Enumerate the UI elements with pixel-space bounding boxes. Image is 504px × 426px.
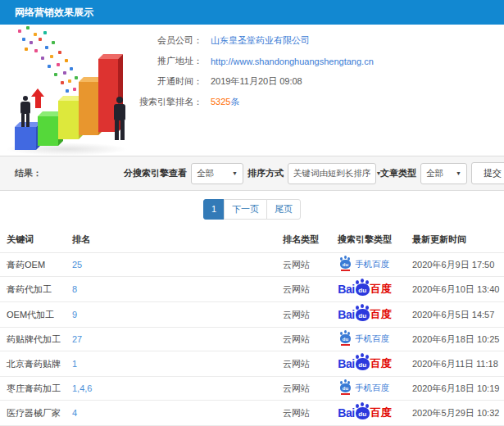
- engine-cell: Baidu百度: [324, 277, 406, 302]
- engine-cell: Baidu百度: [324, 302, 406, 328]
- keyword-cell: OEM代加工: [0, 302, 66, 328]
- keyword-cell: 药贴牌代加工: [0, 328, 66, 351]
- rank-type-cell: 云网站: [276, 277, 324, 302]
- illustration-bar-orange: [79, 82, 98, 135]
- info-row-promotion-url: 推广地址：http://www.shandonghuangshengtang.c…: [123, 51, 504, 71]
- baidu-logo: Baidu百度: [338, 282, 391, 297]
- illustration-bar-green: [38, 116, 58, 146]
- keyword-cell: 枣庄膏药加工: [0, 377, 66, 401]
- baidu-logo: Baidu百度: [338, 307, 391, 322]
- table-body: 膏药OEM25云网站du手机百度2020年6月9日 17:50膏药代加工8云网站…: [0, 253, 504, 426]
- updated-time-cell: 2020年6月18日 10:25: [406, 328, 504, 351]
- pagination: 1下一页尾页: [0, 191, 504, 227]
- businessman-figure-right: [112, 97, 127, 140]
- mobile-baidu-logo: du手机百度: [340, 382, 389, 395]
- ranking-count-value: 5325条: [211, 96, 239, 108]
- table-row: 膏药代加工8云网站Baidu百度2020年6月10日 13:40: [0, 277, 504, 302]
- baidu-logo: Baidu百度: [338, 406, 391, 420]
- engine-filter-dropdown[interactable]: 全部▼: [191, 163, 243, 184]
- sort-filter-dropdown[interactable]: 关键词由短到长排序▼: [288, 163, 376, 184]
- rank-link[interactable]: 9: [66, 302, 276, 328]
- mobile-baidu-logo: du手机百度: [340, 333, 389, 346]
- updated-time-cell: 2020年6月18日 10:19: [406, 377, 504, 401]
- info-row-member-company: 会员公司：山东皇圣堂药业有限公司: [123, 30, 504, 51]
- table-row: 医疗器械厂家4云网站Baidu百度2020年5月29日 10:32: [0, 401, 504, 426]
- keyword-cell: 膏药OEM: [0, 253, 66, 277]
- rank-link[interactable]: 4: [66, 401, 276, 426]
- baidu-paw-icon: du: [356, 358, 370, 370]
- open-time-label: 开通时间：: [123, 75, 202, 88]
- rank-link[interactable]: 1,4,6: [66, 377, 276, 401]
- keyword-cell: 膏药代加工: [0, 277, 66, 302]
- red-underline-decoration: [341, 270, 350, 271]
- paw-icon: du: [340, 334, 351, 343]
- topbar: 网络营销效果展示: [0, 0, 504, 25]
- baidu-bai-text: Bai: [338, 406, 354, 419]
- baidu-suffix-text: 百度: [370, 406, 392, 420]
- baidu-suffix-text: 百度: [370, 307, 392, 322]
- growth-up-arrow-icon: [31, 88, 44, 108]
- mobile-baidu-label: 手机百度: [355, 259, 389, 270]
- rank-type-cell: 云网站: [276, 302, 324, 328]
- results-table: 关键词排名排名类型搜索引擎类型最新更新时间 膏药OEM25云网站du手机百度20…: [0, 227, 504, 426]
- table-row: OEM代加工9云网站Baidu百度2020年6月5日 14:57: [0, 302, 504, 328]
- engine-cell: du手机百度: [324, 253, 406, 277]
- rank-link[interactable]: 1: [66, 351, 276, 377]
- article-type-filter-label: 文章类型: [380, 167, 416, 179]
- pagination-page-1[interactable]: 1: [203, 199, 225, 220]
- promotion-url-value[interactable]: http://www.shandonghuangshengtang.cn: [211, 57, 374, 66]
- mobile-baidu-paw-icon: du: [340, 333, 351, 346]
- engine-cell: Baidu百度: [324, 401, 406, 426]
- info-list: 会员公司：山东皇圣堂药业有限公司推广地址：http://www.shandong…: [123, 25, 504, 156]
- mobile-baidu-paw-icon: du: [340, 258, 351, 271]
- sort-filter-value: 关键词由短到长排序: [293, 168, 371, 179]
- member-company-value[interactable]: 山东皇圣堂药业有限公司: [211, 34, 310, 47]
- filter-bar: 结果： 分搜索引擎查看全部▼排序方式关键词由短到长排序▼文章类型全部▼提交: [0, 156, 504, 191]
- promotion-url-label: 推广地址：: [123, 55, 202, 67]
- chevron-down-icon: ▼: [232, 170, 238, 176]
- page-title: 网络营销效果展示: [15, 6, 93, 20]
- rank-link[interactable]: 8: [66, 277, 276, 302]
- pagination-last-page[interactable]: 尾页: [266, 199, 301, 220]
- pagination-next-page[interactable]: 下一页: [224, 199, 267, 220]
- result-label: 结果：: [15, 167, 42, 179]
- submit-button[interactable]: 提交: [471, 162, 504, 184]
- member-company-label: 会员公司：: [123, 34, 202, 47]
- rank-type-cell: 云网站: [276, 351, 324, 377]
- article-type-filter-dropdown[interactable]: 全部▼: [420, 163, 467, 184]
- col-header-4: 最新更新时间: [406, 227, 504, 253]
- col-header-1: 排名: [66, 227, 276, 253]
- confetti-decoration: [18, 29, 21, 33]
- table-row: 药贴牌代加工27云网站du手机百度2020年6月18日 10:25: [0, 328, 504, 351]
- filter-controls: 分搜索引擎查看全部▼排序方式关键词由短到长排序▼文章类型全部▼提交: [120, 162, 504, 184]
- mobile-baidu-logo: du手机百度: [340, 258, 389, 271]
- info-row-ranking-count: 搜索引擎排名：5325条: [123, 92, 504, 112]
- engine-cell: du手机百度: [324, 328, 406, 351]
- baidu-bai-text: Bai: [338, 357, 354, 370]
- updated-time-cell: 2020年5月29日 10:32: [406, 401, 504, 426]
- table-row: 枣庄膏药加工1,4,6云网站du手机百度2020年6月18日 10:19: [0, 377, 504, 401]
- sort-filter-label: 排序方式: [247, 167, 284, 179]
- rank-type-cell: 云网站: [276, 328, 324, 351]
- engine-filter-label: 分搜索引擎查看: [124, 167, 187, 179]
- info-row-open-time: 开通时间：2019年11月20日 09:08: [123, 71, 504, 92]
- baidu-paw-icon: du: [356, 309, 370, 321]
- engine-cell: du手机百度: [324, 377, 406, 401]
- baidu-paw-icon: du: [356, 407, 370, 419]
- open-time-value: 2019年11月20日 09:08: [211, 75, 302, 88]
- baidu-logo: Baidu百度: [338, 356, 391, 371]
- chevron-down-icon: ▼: [456, 170, 461, 176]
- baidu-bai-text: Bai: [338, 283, 354, 296]
- mobile-baidu-paw-icon: du: [340, 382, 351, 395]
- mobile-baidu-label: 手机百度: [355, 333, 389, 345]
- updated-time-cell: 2020年6月11日 11:18: [406, 351, 504, 377]
- baidu-suffix-text: 百度: [370, 282, 392, 297]
- ranking-count-number: 5325: [211, 97, 230, 106]
- baidu-suffix-text: 百度: [370, 356, 392, 371]
- rank-type-cell: 云网站: [276, 401, 324, 426]
- baidu-paw-icon: du: [356, 283, 370, 296]
- rank-link[interactable]: 27: [66, 328, 276, 351]
- rank-link[interactable]: 25: [66, 253, 276, 277]
- col-header-0: 关键词: [0, 227, 66, 253]
- rank-type-cell: 云网站: [276, 377, 324, 401]
